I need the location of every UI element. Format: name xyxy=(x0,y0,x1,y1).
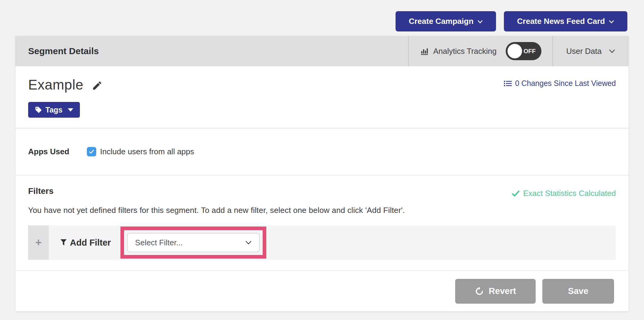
user-data-dropdown[interactable]: User Data xyxy=(552,36,629,66)
edit-pencil-icon[interactable] xyxy=(92,80,103,91)
save-label: Save xyxy=(568,286,589,296)
include-all-apps-checkbox-row[interactable]: Include users from all apps xyxy=(87,147,194,156)
apps-used-label: Apps Used xyxy=(28,147,69,156)
plus-icon: + xyxy=(35,236,41,249)
user-data-label: User Data xyxy=(566,47,602,56)
card-footer: Revert Save xyxy=(15,270,629,311)
apps-used-section: Apps Used Include users from all apps xyxy=(15,128,629,175)
annotation-highlight-box: Select Filter... xyxy=(120,227,266,259)
filters-empty-message: You have not yet defined filters for thi… xyxy=(28,206,616,215)
exact-statistics-label: Exact Statistics Calculated xyxy=(523,189,616,198)
toggle-state-label: OFF xyxy=(524,48,536,55)
revert-label: Revert xyxy=(489,286,516,296)
segment-details-card: Segment Details Analytics Tracking OFF U… xyxy=(15,36,629,312)
exact-statistics-status: Exact Statistics Calculated xyxy=(512,189,616,198)
create-news-feed-card-button[interactable]: Create News Feed Card xyxy=(504,11,627,31)
revert-icon xyxy=(475,287,484,296)
chevron-down-icon xyxy=(609,20,614,24)
add-filter-row-body: Add Filter Select Filter... xyxy=(49,225,616,260)
chevron-down-icon xyxy=(245,240,252,245)
add-filter-plus-button[interactable]: + xyxy=(28,225,49,260)
add-filter-row: + Add Filter Select Filter... xyxy=(28,225,616,260)
select-filter-dropdown[interactable]: Select Filter... xyxy=(127,233,260,252)
changes-link-label: 0 Changes Since Last Viewed xyxy=(515,79,616,88)
save-button[interactable]: Save xyxy=(542,279,614,304)
create-news-feed-label: Create News Feed Card xyxy=(517,17,605,26)
changes-since-last-viewed-link[interactable]: 0 Changes Since Last Viewed xyxy=(504,79,616,88)
create-campaign-label: Create Campaign xyxy=(409,17,474,26)
create-campaign-button[interactable]: Create Campaign xyxy=(396,11,496,31)
tags-button-label: Tags xyxy=(45,106,63,114)
segment-title-section: Example 0 Changes Since Last Viewed xyxy=(15,66,629,128)
page-title: Segment Details xyxy=(15,46,408,56)
card-header-bar: Segment Details Analytics Tracking OFF U… xyxy=(15,36,629,66)
analytics-tracking-label: Analytics Tracking xyxy=(433,47,497,56)
caret-down-icon xyxy=(68,108,73,112)
select-filter-placeholder: Select Filter... xyxy=(135,238,183,247)
tag-icon xyxy=(35,106,42,113)
toggle-knob xyxy=(508,44,522,58)
analytics-tracking-toggle[interactable]: OFF xyxy=(506,42,541,60)
analytics-tracking-section: Analytics Tracking OFF xyxy=(408,36,552,66)
bar-chart-icon xyxy=(420,47,429,56)
top-action-bar: Create Campaign Create News Feed Card xyxy=(396,11,627,31)
funnel-icon xyxy=(60,239,67,246)
list-icon xyxy=(504,80,512,87)
segment-name: Example xyxy=(28,77,83,93)
revert-button[interactable]: Revert xyxy=(455,279,536,304)
filters-section: Filters Exact Statistics Calculated You … xyxy=(15,175,629,270)
add-filter-text: Add Filter xyxy=(70,238,111,248)
checkbox-checked-icon[interactable] xyxy=(87,147,96,156)
check-icon xyxy=(512,190,520,197)
chevron-down-icon xyxy=(609,49,615,54)
tags-button[interactable]: Tags xyxy=(28,102,80,118)
include-all-apps-label: Include users from all apps xyxy=(100,147,194,156)
chevron-down-icon xyxy=(478,20,483,24)
add-filter-label: Add Filter xyxy=(60,238,111,248)
